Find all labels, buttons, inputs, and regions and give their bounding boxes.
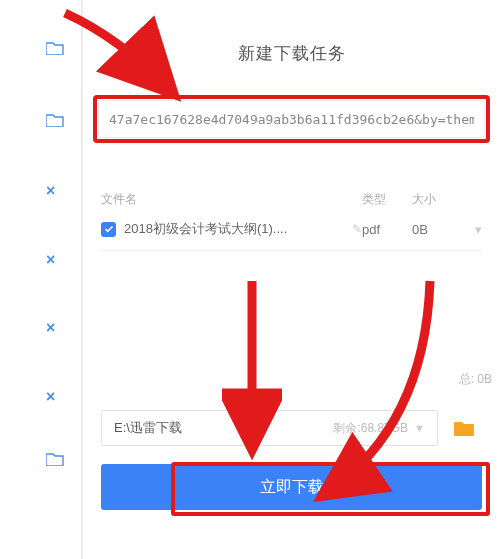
th-dropdown (466, 191, 482, 208)
row-dropdown-icon[interactable]: ▾ (466, 222, 482, 237)
row-checkbox[interactable] (101, 222, 116, 237)
folder-icon (46, 41, 64, 55)
sidebar-close-4[interactable]: × (46, 388, 55, 406)
th-filename: 文件名 (101, 191, 362, 208)
folder-icon (46, 113, 64, 127)
download-now-button[interactable]: 立即下载 (101, 464, 482, 510)
download-url-input[interactable] (98, 100, 485, 138)
browse-folder-button[interactable] (446, 410, 482, 446)
sidebar-close-3[interactable]: × (46, 319, 55, 337)
row-type: pdf (362, 222, 412, 237)
row-filename: 2018初级会计考试大纲(1).... (124, 220, 348, 238)
sidebar-close-1[interactable]: × (46, 182, 55, 200)
dialog-title: 新建下载任务 (83, 0, 500, 95)
new-download-dialog: 新建下载任务 文件名 类型 大小 2018初级会计考试大纲(1).... ✎ p… (82, 0, 500, 559)
save-path-row: E:\迅雷下载 剩余:68.87GB ▼ (101, 410, 482, 446)
sidebar-folder-3[interactable] (46, 452, 64, 466)
sidebar-folder-2[interactable] (46, 113, 64, 127)
folder-icon (46, 452, 64, 466)
edit-icon[interactable]: ✎ (352, 222, 362, 236)
save-path-select[interactable]: E:\迅雷下载 剩余:68.87GB ▼ (101, 410, 438, 446)
table-row[interactable]: 2018初级会计考试大纲(1).... ✎ pdf 0B ▾ (101, 214, 482, 244)
remaining-space: 剩余:68.87GB (333, 420, 408, 437)
sidebar-folder-1[interactable] (46, 41, 64, 55)
sidebar-close-2[interactable]: × (46, 251, 55, 269)
th-size: 大小 (412, 191, 466, 208)
chevron-down-icon: ▼ (414, 422, 425, 434)
save-path-value: E:\迅雷下载 (114, 419, 333, 437)
row-size: 0B (412, 222, 466, 237)
table-header: 文件名 类型 大小 (101, 187, 482, 214)
download-button-wrap: 立即下载 (101, 464, 482, 510)
total-size-label: 总: 0B (83, 251, 500, 388)
file-table: 文件名 类型 大小 2018初级会计考试大纲(1).... ✎ pdf 0B ▾ (101, 187, 482, 251)
url-highlight-box (93, 95, 490, 143)
th-type: 类型 (362, 191, 412, 208)
sidebar: × × × × (0, 0, 82, 559)
